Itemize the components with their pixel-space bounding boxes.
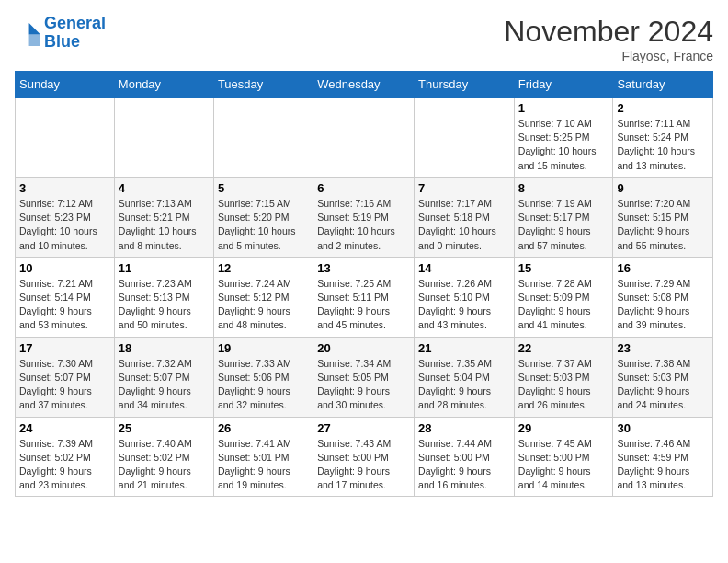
day-info: Sunrise: 7:25 AMSunset: 5:11 PMDaylight:… bbox=[317, 277, 410, 333]
day-number: 25 bbox=[119, 421, 210, 435]
logo-icon bbox=[15, 20, 40, 46]
calendar-cell: 1Sunrise: 7:10 AMSunset: 5:25 PMDaylight… bbox=[514, 98, 613, 178]
calendar-header-row: SundayMondayTuesdayWednesdayThursdayFrid… bbox=[16, 72, 713, 98]
day-info: Sunrise: 7:28 AMSunset: 5:09 PMDaylight:… bbox=[518, 277, 609, 333]
day-number: 19 bbox=[218, 341, 309, 355]
calendar-table: SundayMondayTuesdayWednesdayThursdayFrid… bbox=[15, 71, 713, 497]
day-info: Sunrise: 7:30 AMSunset: 5:07 PMDaylight:… bbox=[19, 357, 110, 413]
calendar-cell: 27Sunrise: 7:43 AMSunset: 5:00 PMDayligh… bbox=[313, 417, 415, 497]
calendar-cell: 24Sunrise: 7:39 AMSunset: 5:02 PMDayligh… bbox=[16, 417, 115, 497]
day-number: 24 bbox=[19, 421, 110, 435]
calendar-week-row: 1Sunrise: 7:10 AMSunset: 5:25 PMDaylight… bbox=[16, 98, 713, 178]
day-info: Sunrise: 7:35 AMSunset: 5:04 PMDaylight:… bbox=[418, 357, 510, 413]
day-number: 14 bbox=[418, 261, 510, 275]
calendar-cell: 29Sunrise: 7:45 AMSunset: 5:00 PMDayligh… bbox=[514, 417, 613, 497]
day-info: Sunrise: 7:41 AMSunset: 5:01 PMDaylight:… bbox=[218, 437, 309, 493]
day-info: Sunrise: 7:21 AMSunset: 5:14 PMDaylight:… bbox=[19, 277, 110, 333]
day-number: 10 bbox=[19, 261, 110, 275]
day-number: 17 bbox=[19, 341, 110, 355]
calendar-body: 1Sunrise: 7:10 AMSunset: 5:25 PMDaylight… bbox=[16, 98, 713, 497]
day-info: Sunrise: 7:44 AMSunset: 5:00 PMDaylight:… bbox=[418, 437, 510, 493]
calendar-week-row: 17Sunrise: 7:30 AMSunset: 5:07 PMDayligh… bbox=[16, 337, 713, 417]
day-info: Sunrise: 7:19 AMSunset: 5:17 PMDaylight:… bbox=[518, 197, 609, 253]
calendar-cell: 17Sunrise: 7:30 AMSunset: 5:07 PMDayligh… bbox=[16, 337, 115, 417]
calendar-cell: 20Sunrise: 7:34 AMSunset: 5:05 PMDayligh… bbox=[313, 337, 415, 417]
calendar-cell: 25Sunrise: 7:40 AMSunset: 5:02 PMDayligh… bbox=[114, 417, 213, 497]
day-number: 3 bbox=[19, 181, 110, 195]
day-info: Sunrise: 7:29 AMSunset: 5:08 PMDaylight:… bbox=[617, 277, 709, 333]
day-number: 29 bbox=[518, 421, 609, 435]
calendar-week-row: 24Sunrise: 7:39 AMSunset: 5:02 PMDayligh… bbox=[16, 417, 713, 497]
day-info: Sunrise: 7:13 AMSunset: 5:21 PMDaylight:… bbox=[119, 197, 210, 253]
day-header-friday: Friday bbox=[514, 72, 613, 98]
day-info: Sunrise: 7:17 AMSunset: 5:18 PMDaylight:… bbox=[418, 197, 510, 253]
calendar-cell: 23Sunrise: 7:38 AMSunset: 5:03 PMDayligh… bbox=[613, 337, 713, 417]
day-number: 20 bbox=[317, 341, 410, 355]
day-header-tuesday: Tuesday bbox=[213, 72, 313, 98]
calendar-cell bbox=[213, 98, 313, 178]
calendar-cell: 22Sunrise: 7:37 AMSunset: 5:03 PMDayligh… bbox=[514, 337, 613, 417]
calendar-cell: 19Sunrise: 7:33 AMSunset: 5:06 PMDayligh… bbox=[213, 337, 313, 417]
day-info: Sunrise: 7:43 AMSunset: 5:00 PMDaylight:… bbox=[317, 437, 410, 493]
calendar-cell bbox=[313, 98, 415, 178]
day-number: 15 bbox=[518, 261, 609, 275]
calendar-cell: 13Sunrise: 7:25 AMSunset: 5:11 PMDayligh… bbox=[313, 257, 415, 337]
calendar-cell: 11Sunrise: 7:23 AMSunset: 5:13 PMDayligh… bbox=[114, 257, 213, 337]
logo: General Blue bbox=[15, 15, 106, 52]
calendar-cell: 14Sunrise: 7:26 AMSunset: 5:10 PMDayligh… bbox=[415, 257, 515, 337]
day-number: 18 bbox=[119, 341, 210, 355]
day-info: Sunrise: 7:11 AMSunset: 5:24 PMDaylight:… bbox=[617, 117, 709, 173]
day-number: 28 bbox=[418, 421, 510, 435]
day-info: Sunrise: 7:46 AMSunset: 4:59 PMDaylight:… bbox=[617, 437, 709, 493]
day-info: Sunrise: 7:10 AMSunset: 5:25 PMDaylight:… bbox=[518, 117, 609, 173]
day-header-sunday: Sunday bbox=[16, 72, 115, 98]
page-header: General Blue November 2024 Flayosc, Fran… bbox=[15, 15, 713, 63]
calendar-cell: 3Sunrise: 7:12 AMSunset: 5:23 PMDaylight… bbox=[16, 177, 115, 257]
calendar-cell bbox=[114, 98, 213, 178]
calendar-cell: 21Sunrise: 7:35 AMSunset: 5:04 PMDayligh… bbox=[415, 337, 515, 417]
day-info: Sunrise: 7:33 AMSunset: 5:06 PMDaylight:… bbox=[218, 357, 309, 413]
calendar-cell: 15Sunrise: 7:28 AMSunset: 5:09 PMDayligh… bbox=[514, 257, 613, 337]
day-number: 23 bbox=[617, 341, 709, 355]
day-number: 8 bbox=[518, 181, 609, 195]
calendar-cell: 30Sunrise: 7:46 AMSunset: 4:59 PMDayligh… bbox=[613, 417, 713, 497]
calendar-cell: 18Sunrise: 7:32 AMSunset: 5:07 PMDayligh… bbox=[114, 337, 213, 417]
day-info: Sunrise: 7:40 AMSunset: 5:02 PMDaylight:… bbox=[119, 437, 210, 493]
day-header-thursday: Thursday bbox=[415, 72, 515, 98]
calendar-cell: 16Sunrise: 7:29 AMSunset: 5:08 PMDayligh… bbox=[613, 257, 713, 337]
calendar-cell: 5Sunrise: 7:15 AMSunset: 5:20 PMDaylight… bbox=[213, 177, 313, 257]
calendar-cell bbox=[415, 98, 515, 178]
calendar-cell: 28Sunrise: 7:44 AMSunset: 5:00 PMDayligh… bbox=[415, 417, 515, 497]
day-header-monday: Monday bbox=[114, 72, 213, 98]
calendar-cell bbox=[16, 98, 115, 178]
day-number: 9 bbox=[617, 181, 709, 195]
day-number: 22 bbox=[518, 341, 609, 355]
month-title: November 2024 bbox=[504, 15, 713, 49]
day-number: 11 bbox=[119, 261, 210, 275]
day-number: 1 bbox=[518, 101, 609, 115]
day-number: 7 bbox=[418, 181, 510, 195]
day-number: 27 bbox=[317, 421, 410, 435]
calendar-cell: 7Sunrise: 7:17 AMSunset: 5:18 PMDaylight… bbox=[415, 177, 515, 257]
day-info: Sunrise: 7:24 AMSunset: 5:12 PMDaylight:… bbox=[218, 277, 309, 333]
day-info: Sunrise: 7:16 AMSunset: 5:19 PMDaylight:… bbox=[317, 197, 410, 253]
day-number: 2 bbox=[617, 101, 709, 115]
day-info: Sunrise: 7:15 AMSunset: 5:20 PMDaylight:… bbox=[218, 197, 309, 253]
calendar-week-row: 3Sunrise: 7:12 AMSunset: 5:23 PMDaylight… bbox=[16, 177, 713, 257]
day-header-saturday: Saturday bbox=[613, 72, 713, 98]
day-info: Sunrise: 7:37 AMSunset: 5:03 PMDaylight:… bbox=[518, 357, 609, 413]
day-number: 12 bbox=[218, 261, 309, 275]
svg-marker-2 bbox=[29, 34, 40, 45]
day-info: Sunrise: 7:20 AMSunset: 5:15 PMDaylight:… bbox=[617, 197, 709, 253]
day-number: 16 bbox=[617, 261, 709, 275]
day-number: 21 bbox=[418, 341, 510, 355]
logo-text: General Blue bbox=[44, 15, 106, 52]
location: Flayosc, France bbox=[504, 49, 713, 63]
day-info: Sunrise: 7:45 AMSunset: 5:00 PMDaylight:… bbox=[518, 437, 609, 493]
day-info: Sunrise: 7:39 AMSunset: 5:02 PMDaylight:… bbox=[19, 437, 110, 493]
calendar-cell: 8Sunrise: 7:19 AMSunset: 5:17 PMDaylight… bbox=[514, 177, 613, 257]
calendar-cell: 12Sunrise: 7:24 AMSunset: 5:12 PMDayligh… bbox=[213, 257, 313, 337]
day-header-wednesday: Wednesday bbox=[313, 72, 415, 98]
day-number: 13 bbox=[317, 261, 410, 275]
day-info: Sunrise: 7:32 AMSunset: 5:07 PMDaylight:… bbox=[119, 357, 210, 413]
